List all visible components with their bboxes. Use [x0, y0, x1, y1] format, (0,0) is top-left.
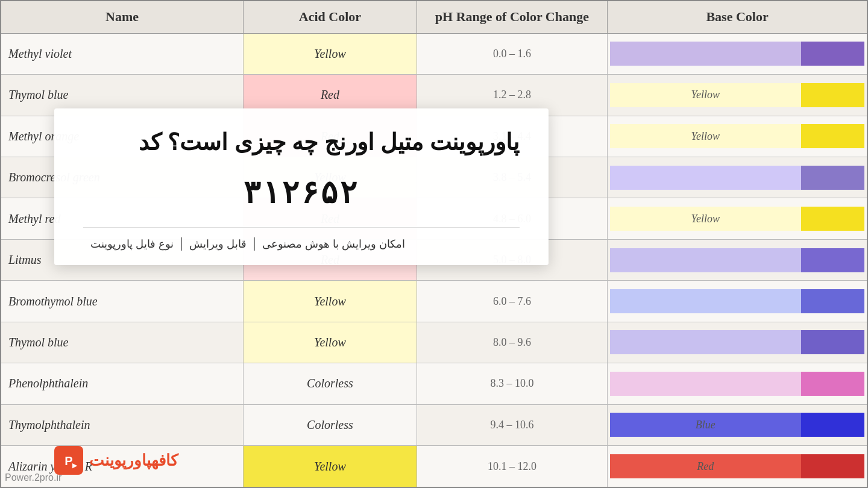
cell-name: Phenolphthalein	[1, 363, 244, 404]
cell-name: Methyl violet	[1, 33, 244, 74]
header-name: Name	[1, 1, 244, 33]
cell-name: Bromothymol blue	[1, 281, 244, 322]
cell-acid-color: Yellow	[244, 281, 417, 322]
cell-name: Thymol blue	[1, 322, 244, 363]
popup-title: پاورپوینت متیل اورنج چه چیزی است؟ کد	[83, 128, 520, 157]
cell-name: Thymolphthalein	[1, 404, 244, 445]
popup-meta-ai: امکان ویرایش با هوش مصنوعی	[254, 237, 412, 251]
cell-base-color: Yellow	[608, 75, 867, 116]
header-ph-range: pH Range of Color Change	[417, 1, 607, 33]
powerpoint-icon: P ▶	[59, 451, 78, 470]
cell-acid-color: Yellow	[244, 446, 417, 487]
svg-text:▶: ▶	[72, 462, 78, 469]
cell-ph-range: 10.1 – 12.0	[417, 446, 607, 487]
header-base-color: Base Color	[608, 1, 867, 33]
cell-base-color: Blue	[608, 404, 867, 445]
svg-text:P: P	[64, 454, 72, 468]
brand-logo: P ▶	[54, 446, 83, 475]
cell-ph-range: 9.4 – 10.6	[417, 404, 607, 445]
popup-box: پاورپوینت متیل اورنج چه چیزی است؟ کد ۳۱۲…	[54, 108, 549, 265]
brand-footer: کافهپاورپوینت P ▶	[54, 446, 178, 475]
cell-base-color: Yellow	[608, 116, 867, 157]
table-row: Bromothymol blueYellow6.0 – 7.6	[1, 281, 867, 322]
table-row: Thymol blueYellow8.0 – 9.6	[1, 322, 867, 363]
table-row: ThymolphthaleinColorless9.4 – 10.6Blue	[1, 404, 867, 445]
popup-code: ۳۱۲۶۵۲	[83, 174, 520, 210]
cell-ph-range: 8.3 – 10.0	[417, 363, 607, 404]
popup-meta: امکان ویرایش با هوش مصنوعی قابل ویرایش ن…	[83, 227, 520, 251]
cell-base-color	[608, 157, 867, 198]
cell-ph-range: 6.0 – 7.6	[417, 281, 607, 322]
popup-meta-type: نوع فایل پاورپوینت	[83, 237, 181, 251]
cell-acid-color: Colorless	[244, 404, 417, 445]
cell-base-color	[608, 239, 867, 280]
brand-name: کافهپاورپوینت	[89, 451, 178, 470]
cell-acid-color: Yellow	[244, 33, 417, 74]
cell-acid-color: Yellow	[244, 322, 417, 363]
cell-base-color	[608, 281, 867, 322]
cell-base-color	[608, 33, 867, 74]
table-row: Methyl violetYellow0.0 – 1.6	[1, 33, 867, 74]
table-row: PhenolphthaleinColorless8.3 – 10.0	[1, 363, 867, 404]
cell-acid-color: Colorless	[244, 363, 417, 404]
header-acid-color: Acid Color	[244, 1, 417, 33]
cell-base-color: Red	[608, 446, 867, 487]
cell-ph-range: 8.0 – 9.6	[417, 322, 607, 363]
cell-base-color	[608, 363, 867, 404]
popup-meta-editable: قابل ویرایش	[181, 237, 254, 251]
cell-base-color: Yellow	[608, 198, 867, 239]
cell-base-color	[608, 322, 867, 363]
cell-ph-range: 0.0 – 1.6	[417, 33, 607, 74]
